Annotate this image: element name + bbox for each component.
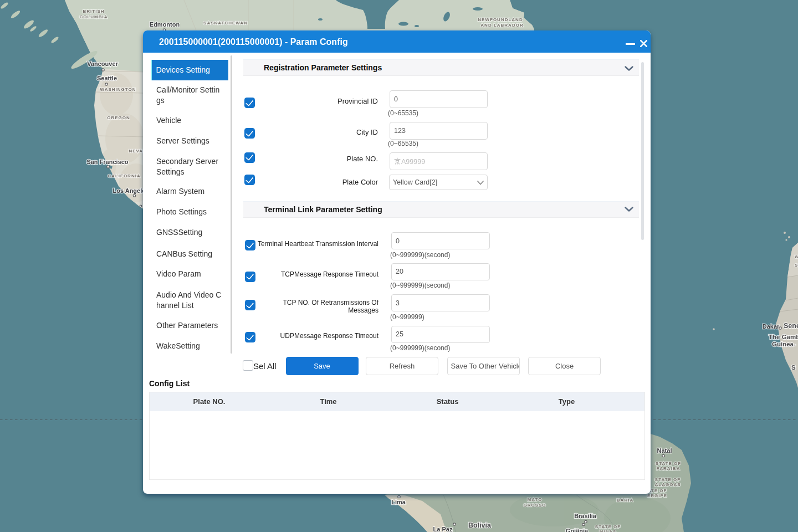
svg-text:PARAIBA: PARAIBA (657, 466, 681, 471)
svg-text:SAHARA: SAHARA (795, 263, 798, 268)
svg-text:MINAS: MINAS (600, 529, 617, 532)
svg-text:COLUMBIA: COLUMBIA (79, 14, 108, 19)
svg-text:AND LABRADOR: AND LABRADOR (480, 23, 523, 28)
svg-text:BAHIA: BAHIA (617, 498, 633, 503)
svg-text:WESTERN: WESTERN (795, 254, 798, 259)
svg-text:MATO: MATO (528, 497, 543, 502)
svg-text:ERGIPE: ERGIPE (647, 493, 667, 498)
svg-text:The Gambia: The Gambia (769, 334, 798, 340)
svg-text:Natal: Natal (657, 447, 672, 454)
svg-text:Lima: Lima (391, 499, 406, 505)
svg-text:STATE OF: STATE OF (656, 461, 681, 466)
svg-text:Vancouver: Vancouver (87, 60, 118, 67)
svg-text:Goiânia: Goiânia (566, 528, 589, 532)
svg-text:San Francisco: San Francisco (86, 158, 128, 165)
svg-text:Guinea-: Guinea- (772, 341, 796, 347)
svg-text:Senegal: Senegal (784, 322, 798, 330)
svg-text:Edmonton: Edmonton (150, 21, 180, 28)
svg-text:SASKATCHEWAN: SASKATCHEWAN (203, 21, 248, 25)
svg-text:S: S (791, 364, 796, 371)
svg-text:STATE OF: STATE OF (595, 524, 621, 529)
svg-text:Dakar: Dakar (763, 323, 780, 330)
svg-text:CALIFORNIA: CALIFORNIA (108, 173, 140, 178)
svg-text:Seattle: Seattle (97, 75, 117, 81)
svg-text:WASHINGTON: WASHINGTON (100, 87, 136, 92)
svg-text:OREGON: OREGON (107, 115, 130, 120)
svg-text:GROSSO: GROSSO (523, 503, 546, 508)
svg-text:NEWFOUNDLAND: NEWFOUNDLAND (478, 17, 523, 22)
svg-text:La Paz: La Paz (433, 526, 453, 532)
svg-text:ALAGOAS: ALAGOAS (655, 482, 681, 487)
svg-text:Bolivia: Bolivia (468, 521, 492, 529)
svg-text:STATE OF: STATE OF (655, 477, 681, 482)
svg-text:Brasília: Brasília (574, 513, 597, 519)
svg-text:BRITISH: BRITISH (83, 9, 105, 14)
